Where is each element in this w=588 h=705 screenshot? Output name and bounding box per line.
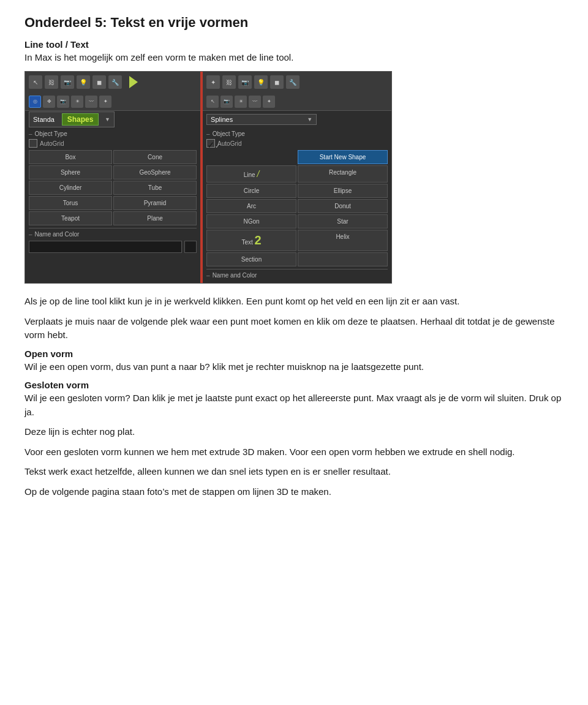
btn-line[interactable]: Line / [206,165,296,183]
paragraph-5: Deze lijn is echter nog plat. [24,425,564,439]
btn-ngon[interactable]: NGon [206,214,296,228]
right-sep [206,269,388,270]
left-toolbar-row2: ◎ ✥ 📷 ☀ 〰 ✦ [25,92,200,111]
left-autogrid-checkbox[interactable] [29,139,37,148]
right-icon5: ◼ [270,75,284,89]
paragraph-6: Voor een gesloten vorm kunnen we hem met… [24,445,564,459]
btn-cylinder[interactable]: Cylinder [29,181,112,195]
right-dropdown[interactable]: Splines ▼ [206,114,317,125]
right-icon4: 💡 [254,75,268,89]
left-name-color-row [29,239,197,254]
paragraph-2: Verplaats je muis naar de volgende plek … [24,315,564,342]
left-color-swatch[interactable] [184,241,197,253]
right-icon1: ✦ [206,75,220,89]
icon-geom: ◼ [92,75,106,89]
right-name-color-header: Name and Color [206,272,388,279]
dropdown-arrow: ▼ [105,116,110,123]
icon-select-active: ◎ [29,96,41,108]
left-dropdown-row: Standa Shapes ▼ [25,111,200,128]
left-sep [29,228,197,228]
icon-link: ⛓ [45,75,58,89]
right-object-type-section: Object Type ✓ AutoGrid Start New Shape L… [203,128,391,283]
btn-geosphere[interactable]: GeoSphere [113,165,197,179]
icon-star: ✦ [99,96,111,108]
left-toolbar-row1: ↖ ⛓ 📷 💡 ◼ 🔧 [25,72,200,92]
right-icon-star2: ✦ [263,96,275,108]
intro-text: In Max is het mogelijk om zelf een vorm … [24,52,564,62]
right-object-type-header: Object Type [206,130,388,137]
icon-light: 💡 [77,75,90,89]
btn-tube[interactable]: Tube [113,181,197,195]
icon-wave: 〰 [85,96,97,108]
left-shape-buttons: Box Cone Sphere GeoSphere Cylinder Tube … [29,150,197,225]
paragraph-3: Wil je een open vorm, dus van punt a naa… [24,360,564,374]
paragraph-7: Tekst werk exact hetzelfde, alleen kunne… [24,465,564,479]
right-dropdown-label: Splines [211,116,233,123]
right-icon-move: ↖ [206,96,219,108]
right-icon3: 📷 [238,75,252,89]
btn-donut[interactable]: Donut [298,199,388,213]
right-icon2: ⛓ [222,75,236,89]
btn-circle[interactable]: Circle [206,184,296,198]
right-autogrid-row: ✓ AutoGrid [206,139,388,148]
left-name-color-header: Name and Color [29,231,197,238]
btn-helix[interactable]: Helix [298,230,388,251]
icon-camera2: 📷 [57,96,69,108]
arrow-annotation [129,76,138,88]
icon-hammer: 🔧 [108,75,122,89]
icon-light2: ☀ [71,96,83,108]
shapes-tab[interactable]: Shapes [62,113,99,126]
icon-camera: 📷 [61,75,74,89]
btn-ellipse[interactable]: Ellipse [298,184,388,198]
right-dropdown-row: Splines ▼ [203,111,391,128]
paragraph-8: Op de volgende pagina staan foto’s met d… [24,485,564,499]
btn-box[interactable]: Box [29,150,112,164]
left-dropdown[interactable]: Standa Shapes ▼ [29,111,115,127]
btn-text[interactable]: Text 2 [206,230,296,251]
right-toolbar-row1: ✦ ⛓ 📷 💡 ◼ 🔧 [203,72,391,92]
left-name-input[interactable] [29,241,182,253]
right-shape-buttons: Line / Rectangle Circle Ellipse Arc Donu… [206,165,388,266]
paragraph-4: Wil je een gesloten vorm? Dan klik je me… [24,391,564,419]
btn-teapot[interactable]: Teapot [29,211,112,225]
btn-pyramid[interactable]: Pyramid [113,196,197,210]
left-object-type-header: Object Type [29,130,197,137]
right-icon6: 🔧 [286,75,300,89]
left-object-type-section: Object Type AutoGrid Box Cone Sphere Geo… [25,128,200,257]
btn-section[interactable]: Section [206,252,296,266]
right-panel: ✦ ⛓ 📷 💡 ◼ 🔧 ↖ 📷 ☀ 〰 ✦ Splines ▼ Object T… [203,72,391,283]
gesloten-vorm-title: Gesloten vorm [24,380,564,390]
btn-star[interactable]: Star [298,214,388,228]
right-autogrid-checkbox[interactable]: ✓ [206,139,215,148]
btn-torus[interactable]: Torus [29,196,112,210]
icon-move2: ✥ [43,96,55,108]
left-dropdown-label: Standa [33,116,55,123]
btn-start-new-shape[interactable]: Start New Shape [298,150,388,164]
btn-cone[interactable]: Cone [113,150,197,164]
right-icon-wave: 〰 [249,96,261,108]
screenshot-area: ↖ ⛓ 📷 💡 ◼ 🔧 ◎ ✥ 📷 ☀ 〰 ✦ Standa Shapes ▼ [24,71,392,284]
btn-rectangle[interactable]: Rectangle [298,165,388,183]
right-dropdown-arrow: ▼ [307,116,312,123]
page-title: Onderdeel 5: Tekst en vrije vormen [24,15,564,31]
left-autogrid-row: AutoGrid [29,139,197,148]
btn-sphere[interactable]: Sphere [29,165,112,179]
btn-plane[interactable]: Plane [113,211,197,225]
section-subtitle: Line tool / Text [24,39,564,50]
icon-move: ↖ [29,75,42,89]
left-autogrid-label: AutoGrid [40,140,64,147]
left-panel: ↖ ⛓ 📷 💡 ◼ 🔧 ◎ ✥ 📷 ☀ 〰 ✦ Standa Shapes ▼ [25,72,202,283]
paragraph-1: Als je op de line tool klikt kun je in j… [24,295,564,309]
open-vorm-title: Open vorm [24,349,564,359]
btn-arc[interactable]: Arc [206,199,296,213]
right-icon-light: ☀ [235,96,247,108]
right-toolbar-row2: ↖ 📷 ☀ 〰 ✦ [203,92,391,111]
right-icon-select: 📷 [221,96,233,108]
right-autogrid-label: AutoGrid [217,140,241,147]
btn-empty [298,252,388,266]
